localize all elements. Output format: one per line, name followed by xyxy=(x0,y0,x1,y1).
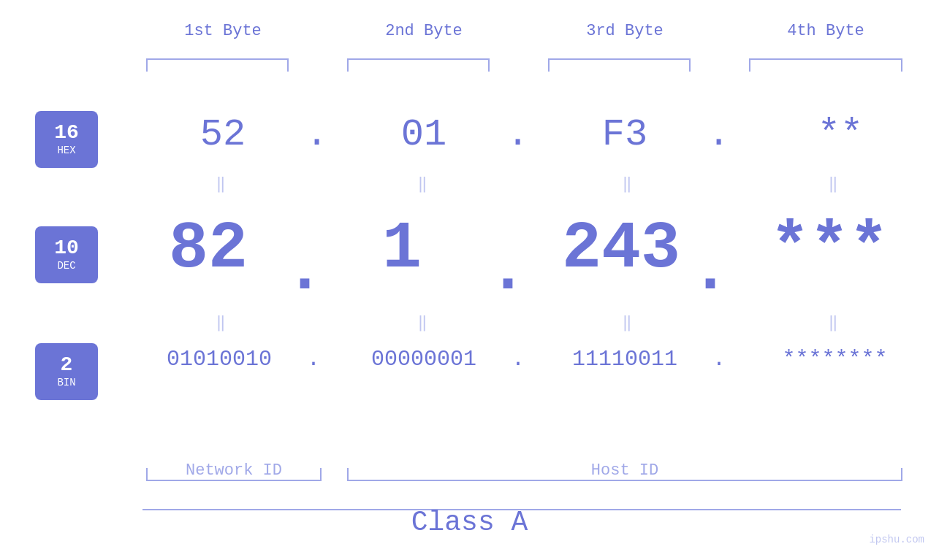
dot-dec-2: . xyxy=(488,234,528,308)
badge-dec-label: DEC xyxy=(57,260,75,272)
equals-dec-bin-3: ‖ xyxy=(612,312,642,332)
host-id-label: Host ID xyxy=(347,461,902,480)
dot-hex-2: . xyxy=(506,113,529,156)
col3-dec: 243 xyxy=(537,212,705,286)
bracket-top-col3 xyxy=(548,58,691,72)
equals-hex-dec-4: ‖ xyxy=(818,174,848,193)
main-container: 16 HEX 10 DEC 2 BIN 1st Byte 2nd Byte 3r… xyxy=(0,0,939,560)
dot-bin-3: . xyxy=(712,347,726,372)
col2-header: 2nd Byte xyxy=(351,22,497,40)
col2-dec: 1 xyxy=(358,212,446,286)
equals-hex-dec-3: ‖ xyxy=(612,174,642,193)
col2-bin: 00000001 xyxy=(347,347,501,372)
equals-hex-dec-2: ‖ xyxy=(408,174,437,193)
col2-hex: 01 xyxy=(369,113,479,156)
dot-hex-1: . xyxy=(305,113,328,156)
badge-hex-label: HEX xyxy=(57,145,75,156)
equals-dec-bin-4: ‖ xyxy=(818,312,848,332)
bracket-top-col4 xyxy=(749,58,902,72)
badge-bin: 2 BIN xyxy=(35,343,98,400)
equals-hex-dec-1: ‖ xyxy=(206,174,235,193)
bracket-top-col2 xyxy=(347,58,490,72)
col1-bin: 01010010 xyxy=(142,347,296,372)
site-credit: ipshu.com xyxy=(869,534,924,545)
dot-dec-1: . xyxy=(285,234,324,308)
dot-hex-3: . xyxy=(707,113,730,156)
col1-hex: 52 xyxy=(168,113,278,156)
col4-hex: ** xyxy=(767,113,913,156)
class-label: Class A xyxy=(0,507,939,538)
col3-bin: 11110011 xyxy=(548,347,702,372)
badge-hex: 16 HEX xyxy=(35,111,98,168)
dot-dec-3: . xyxy=(691,234,730,308)
dot-bin-2: . xyxy=(512,347,525,372)
badge-bin-num: 2 xyxy=(61,355,73,375)
col1-dec: 82 xyxy=(142,212,274,286)
col3-header: 3rd Byte xyxy=(552,22,698,40)
col4-dec: *** xyxy=(738,212,921,286)
badge-hex-num: 16 xyxy=(54,123,79,143)
col3-hex: F3 xyxy=(570,113,680,156)
col1-header: 1st Byte xyxy=(150,22,296,40)
bracket-top-col1 xyxy=(146,58,289,72)
col4-bin: ******** xyxy=(749,347,921,372)
badge-dec-num: 10 xyxy=(54,238,79,258)
badge-bin-label: BIN xyxy=(57,377,75,388)
network-id-label: Network ID xyxy=(146,461,322,480)
equals-dec-bin-2: ‖ xyxy=(408,312,437,332)
dot-bin-1: . xyxy=(307,347,320,372)
badge-dec: 10 DEC xyxy=(35,226,98,283)
col4-header: 4th Byte xyxy=(753,22,899,40)
equals-dec-bin-1: ‖ xyxy=(206,312,235,332)
